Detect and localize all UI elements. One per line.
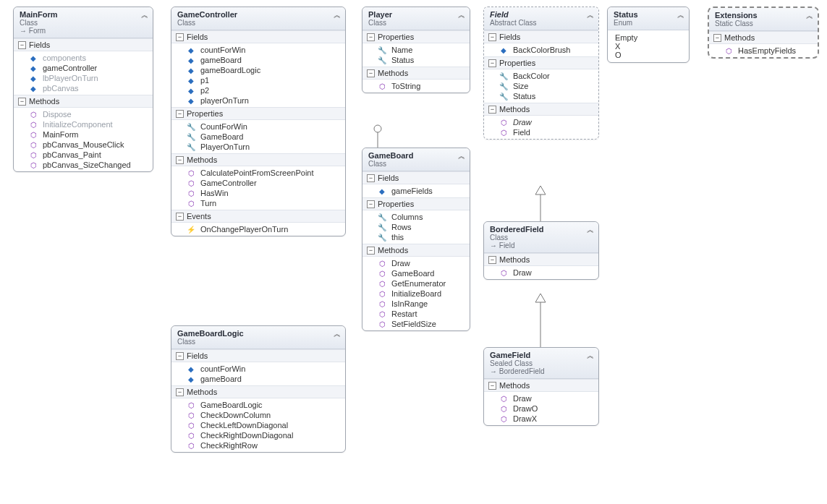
member[interactable]: this xyxy=(391,233,404,242)
member[interactable]: p2 xyxy=(200,86,209,95)
member[interactable]: gameBoard xyxy=(200,56,242,64)
member[interactable]: SetFieldSize xyxy=(391,320,436,328)
minus-icon[interactable]: − xyxy=(367,200,375,208)
member[interactable]: CheckRightRow xyxy=(200,441,258,450)
member[interactable]: Status xyxy=(513,92,535,101)
header[interactable]: BorderedField Class → Field ︽ xyxy=(484,222,598,253)
minus-icon[interactable]: − xyxy=(367,33,375,41)
class-field[interactable]: Field Abstract Class ︽ −Fields ◆BackColo… xyxy=(483,7,599,140)
header[interactable]: GameBoardLogic Class ︽ xyxy=(171,326,345,349)
member[interactable]: GameController xyxy=(200,179,257,187)
member[interactable]: Name xyxy=(391,46,412,54)
member[interactable]: gameFields xyxy=(391,187,433,195)
minus-icon[interactable]: − xyxy=(176,110,184,118)
enum-value[interactable]: Empty xyxy=(615,33,682,42)
class-borderedfield[interactable]: BorderedField Class → Field ︽ −Methods ⬡… xyxy=(483,221,599,280)
enum-value[interactable]: X xyxy=(615,42,682,51)
class-extensions[interactable]: Extensions Static Class ︽ −Methods ⬡HasE… xyxy=(708,7,819,59)
collapse-icon[interactable]: ︽ xyxy=(806,11,813,21)
header[interactable]: Player Class ︽ xyxy=(362,7,470,30)
member[interactable]: HasEmptyFields xyxy=(738,46,796,55)
member[interactable]: DrawX xyxy=(513,414,537,423)
member[interactable]: MainForm xyxy=(43,130,79,139)
member[interactable]: PlayerOnTurn xyxy=(200,142,250,151)
class-gamefield[interactable]: GameField Sealed Class → BorderedField ︽… xyxy=(483,347,599,426)
member[interactable]: Dispose xyxy=(43,110,72,119)
section-methods[interactable]: −Methods xyxy=(171,153,345,166)
minus-icon[interactable]: − xyxy=(176,352,184,360)
header[interactable]: GameField Sealed Class → BorderedField ︽ xyxy=(484,348,598,379)
collapse-icon[interactable]: ︽ xyxy=(587,10,594,20)
class-gamecontroller[interactable]: GameController Class ︽ −Fields ◆countFor… xyxy=(171,7,346,236)
member[interactable]: GameBoard xyxy=(200,132,243,141)
member[interactable]: InitializeBoard xyxy=(391,289,441,298)
section-fields[interactable]: −Fields xyxy=(171,30,345,43)
class-gameboardlogic[interactable]: GameBoardLogic Class ︽ −Fields ◆countFor… xyxy=(171,325,346,453)
section-methods[interactable]: −Methods xyxy=(362,67,470,80)
member[interactable]: components xyxy=(43,54,86,62)
member[interactable]: pbCanvas_MouseClick xyxy=(43,140,124,149)
section-properties[interactable]: −Properties xyxy=(484,56,598,69)
section-methods[interactable]: −Methods xyxy=(484,253,598,266)
section-methods[interactable]: −Methods xyxy=(362,244,470,257)
header[interactable]: GameBoard Class ︽ xyxy=(362,148,470,171)
member[interactable]: gameBoardLogic xyxy=(200,66,260,74)
member[interactable]: CheckDownColumn xyxy=(200,411,271,419)
member[interactable]: ToString xyxy=(391,82,420,90)
collapse-icon[interactable]: ︽ xyxy=(334,329,341,339)
member[interactable]: Size xyxy=(513,82,528,90)
member[interactable]: BackColor xyxy=(513,72,550,80)
section-events[interactable]: −Events xyxy=(171,210,345,223)
minus-icon[interactable]: − xyxy=(18,98,26,106)
member[interactable]: p1 xyxy=(200,76,209,85)
member[interactable]: Status xyxy=(391,56,414,64)
section-properties[interactable]: −Properties xyxy=(362,197,470,210)
collapse-icon[interactable]: ︽ xyxy=(334,10,341,20)
header[interactable]: Field Abstract Class ︽ xyxy=(484,7,598,30)
member[interactable]: GameBoard xyxy=(391,269,434,278)
member[interactable]: pbCanvas xyxy=(43,84,79,93)
member[interactable]: CheckRightDownDiagonal xyxy=(200,431,293,440)
enum-status[interactable]: Status Enum ︽ Empty X O xyxy=(607,7,690,63)
section-fields[interactable]: −Fields xyxy=(362,171,470,184)
member[interactable]: Draw xyxy=(513,394,532,403)
member[interactable]: Turn xyxy=(200,199,216,208)
section-methods[interactable]: −Methods xyxy=(484,103,598,116)
collapse-icon[interactable]: ︽ xyxy=(677,10,684,20)
member[interactable]: countForWin xyxy=(200,364,245,373)
member[interactable]: CountForWin xyxy=(200,122,247,131)
member[interactable]: Draw xyxy=(513,268,532,277)
minus-icon[interactable]: − xyxy=(488,382,496,390)
member[interactable]: gameController xyxy=(43,64,97,72)
member[interactable]: GetEnumerator xyxy=(391,279,446,288)
minus-icon[interactable]: − xyxy=(488,256,496,264)
member[interactable]: Draw xyxy=(513,118,532,127)
minus-icon[interactable]: − xyxy=(176,156,184,164)
class-player[interactable]: Player Class ︽ −Properties 🔧Name 🔧Status… xyxy=(362,7,470,93)
section-methods[interactable]: −Methods xyxy=(709,31,818,44)
class-mainform[interactable]: MainForm Class → Form ︽ −Fields ◆compone… xyxy=(13,7,153,172)
member[interactable]: lbPlayerOnTurn xyxy=(43,74,98,82)
minus-icon[interactable]: − xyxy=(367,174,375,182)
member[interactable]: DrawO xyxy=(513,404,538,413)
section-methods[interactable]: −Methods xyxy=(484,379,598,392)
member[interactable]: gameBoard xyxy=(200,375,242,383)
member[interactable]: CheckLeftDownDiagonal xyxy=(200,421,288,430)
member[interactable]: Restart xyxy=(391,309,417,318)
member[interactable]: HasWin xyxy=(200,189,229,197)
section-fields[interactable]: −Fields xyxy=(171,349,345,362)
member[interactable]: InitializeComponent xyxy=(43,120,113,129)
section-fields[interactable]: −Fields xyxy=(484,30,598,43)
section-methods[interactable]: −Methods xyxy=(171,385,345,398)
minus-icon[interactable]: − xyxy=(18,41,26,49)
header[interactable]: MainForm Class → Form ︽ xyxy=(14,7,153,38)
member[interactable]: Columns xyxy=(391,213,423,221)
member[interactable]: pbCanvas_Paint xyxy=(43,150,101,159)
header[interactable]: Extensions Static Class ︽ xyxy=(709,8,818,31)
minus-icon[interactable]: − xyxy=(176,33,184,41)
member[interactable]: OnChangePlayerOnTurn xyxy=(200,225,288,234)
minus-icon[interactable]: − xyxy=(713,34,721,42)
minus-icon[interactable]: − xyxy=(367,69,375,77)
member[interactable]: Field xyxy=(513,128,530,137)
header[interactable]: GameController Class ︽ xyxy=(171,7,345,30)
